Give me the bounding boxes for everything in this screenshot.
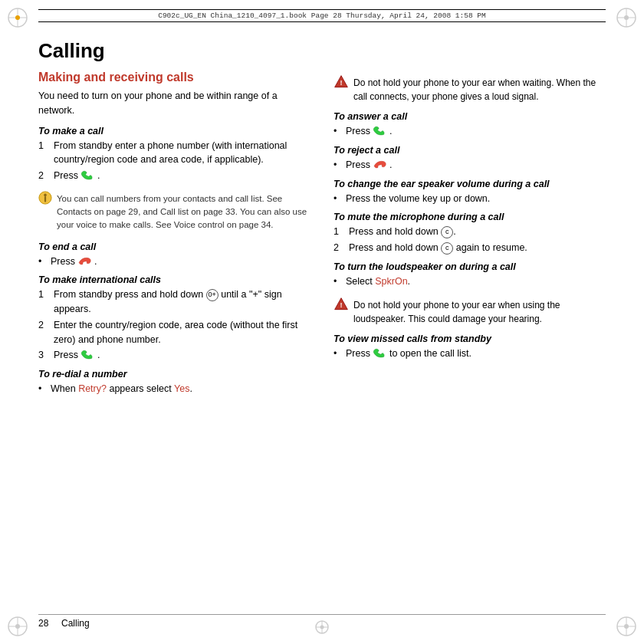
warning-icon-1: ! (334, 74, 349, 90)
corner-decoration-bl (6, 615, 29, 638)
redial-section: To re-dial a number • When Retry? appear… (38, 369, 310, 396)
intl-step-1: 1 From standby press and hold down 0+ un… (38, 288, 310, 317)
mute-mic-step-1: 1 Press and hold down c. (334, 225, 606, 239)
footer-page-number: 28 (38, 618, 54, 629)
key-c-icon-2: c (441, 242, 453, 255)
missed-calls-list: • Press to open the call list. (334, 347, 606, 361)
redial-list: • When Retry? appears select Yes. (38, 382, 310, 396)
mute-mic-steps: 1 Press and hold down c. 2 Press and hol… (334, 225, 606, 255)
intl-calls-steps: 1 From standby press and hold down 0+ un… (38, 288, 310, 363)
spkron-highlight: SpkrOn (375, 276, 407, 287)
red-call-icon-end (77, 256, 91, 266)
mute-mic-step-2: 2 Press and hold down c again to resume. (334, 241, 606, 255)
ear-volume-section: To change the ear speaker volume during … (334, 179, 606, 206)
answer-call-list: • Press . (334, 124, 606, 139)
tip-box: You can call numbers from your contacts … (38, 189, 310, 235)
section-heading: Making and receiving calls (38, 71, 310, 84)
reject-call-section: To reject a call • Press . (334, 145, 606, 172)
page-title: Calling (38, 39, 310, 63)
svg-point-11 (15, 624, 20, 629)
svg-text:!: ! (340, 301, 342, 309)
retry-highlight: Retry? (78, 383, 107, 394)
corner-decoration-tl (6, 6, 29, 29)
make-call-step-1: 1 From standby enter a phone number (wit… (38, 139, 310, 168)
green-call-icon-missed (373, 348, 386, 358)
yes-highlight: Yes (174, 383, 189, 394)
warning-icon-2: ! (334, 297, 349, 312)
make-call-step-2: 2 Press . (38, 169, 310, 183)
end-call-list: • Press . (38, 255, 310, 269)
red-call-icon-reject (373, 159, 386, 169)
tip-text: You can call numbers from your contacts … (57, 194, 307, 230)
loudspeaker-item: • Select SpkrOn. (334, 274, 606, 289)
make-call-steps: 1 From standby enter a phone number (wit… (38, 139, 310, 183)
redial-item: • When Retry? appears select Yes. (38, 382, 310, 396)
center-decoration (314, 619, 330, 635)
loudspeaker-title: To turn the loudspeaker on during a call (334, 261, 606, 272)
ear-volume-list: • Press the volume key up or down. (334, 192, 606, 206)
key-0plus-icon: 0+ (206, 289, 219, 301)
warning-text-2: Do not hold your phone to your ear when … (353, 300, 560, 324)
redial-title: To re-dial a number (38, 369, 310, 380)
mute-mic-section: To mute the microphone during a call 1 P… (334, 212, 606, 255)
footer-section-title: Calling (61, 618, 90, 629)
warning-box-2: ! Do not hold your phone to your ear whe… (334, 295, 606, 329)
svg-point-3 (15, 15, 20, 20)
intl-step-2: 2 Enter the country/region code, area co… (38, 318, 310, 347)
reject-call-title: To reject a call (334, 145, 606, 156)
header-text: C902c_UG_EN China_1210_4097_1.book Page … (158, 12, 486, 20)
mute-mic-title: To mute the microphone during a call (334, 212, 606, 222)
loudspeaker-list: • Select SpkrOn. (334, 274, 606, 289)
make-call-title: To make a call (38, 126, 310, 136)
missed-calls-title: To view missed calls from standby (334, 334, 606, 344)
tip-icon (38, 191, 52, 205)
main-content: Calling Making and receiving calls You n… (38, 34, 606, 602)
missed-calls-item: • Press to open the call list. (334, 347, 606, 361)
reject-call-item: • Press . (334, 158, 606, 172)
corner-decoration-br (615, 615, 638, 638)
svg-point-15 (624, 624, 629, 629)
svg-point-7 (624, 15, 629, 20)
header-bar: C902c_UG_EN China_1210_4097_1.book Page … (38, 9, 606, 22)
intl-calls-section: To make international calls 1 From stand… (38, 274, 310, 363)
warning-box-1: ! Do not hold your phone to your ear whe… (334, 73, 606, 107)
intl-calls-title: To make international calls (38, 274, 310, 285)
green-call-icon-intl (80, 350, 94, 360)
warning-text-1: Do not hold your phone to your ear when … (353, 77, 596, 102)
ear-volume-text: Press the volume key up or down. (346, 192, 490, 206)
intl-step-3: 3 Press . (38, 348, 310, 363)
answer-call-section: To answer a call • Press . (334, 111, 606, 139)
right-column: ! Do not hold your phone to your ear whe… (334, 34, 606, 602)
svg-text:!: ! (340, 79, 342, 87)
ear-volume-title: To change the ear speaker volume during … (334, 179, 606, 189)
end-call-section: To end a call • Press . (38, 242, 310, 269)
green-call-icon (80, 170, 94, 180)
answer-call-title: To answer a call (334, 111, 606, 122)
ear-volume-item: • Press the volume key up or down. (334, 192, 606, 206)
make-call-section: To make a call 1 From standby enter a ph… (38, 126, 310, 183)
reject-call-list: • Press . (334, 158, 606, 172)
end-call-title: To end a call (38, 242, 310, 252)
answer-call-item: • Press . (334, 124, 606, 139)
left-column: Calling Making and receiving calls You n… (38, 34, 310, 602)
corner-decoration-tr (615, 6, 638, 29)
svg-point-24 (320, 626, 324, 629)
green-call-icon-answer (373, 126, 386, 136)
intro-text: You need to turn on your phone and be wi… (38, 89, 310, 118)
loudspeaker-section: To turn the loudspeaker on during a call… (334, 261, 606, 289)
key-c-icon-1: c (441, 226, 453, 238)
svg-point-17 (44, 193, 47, 196)
missed-calls-section: To view missed calls from standby • Pres… (334, 334, 606, 361)
end-call-item: • Press . (38, 255, 310, 269)
